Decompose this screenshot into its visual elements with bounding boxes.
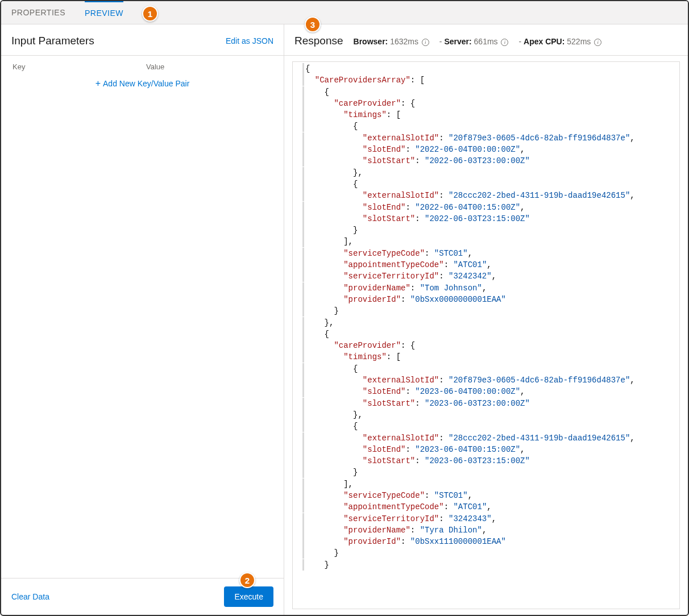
tab-properties[interactable]: PROPERTIES (11, 1, 65, 24)
add-key-value-label: Add New Key/Value Pair (103, 79, 189, 88)
kv-value-header: Value (146, 63, 272, 71)
info-icon[interactable]: i (501, 39, 508, 46)
info-icon[interactable]: i (422, 39, 429, 46)
execute-button[interactable]: Execute (224, 586, 273, 607)
info-icon[interactable]: i (594, 39, 601, 46)
edit-as-json-link[interactable]: Edit as JSON (226, 36, 273, 45)
response-title: Response (294, 35, 343, 47)
server-metric: - Server: 661ms i (439, 37, 509, 46)
apex-metric: - Apex CPU: 522ms i (518, 37, 601, 46)
add-key-value-button[interactable]: + Add New Key/Value Pair (1, 76, 284, 94)
input-parameters-title: Input Parameters (11, 35, 94, 47)
callout-badge-2: 2 (239, 572, 255, 588)
response-panel: 3 Response Browser: 1632ms i - Server: 6… (284, 24, 688, 615)
callout-badge-1: 1 (142, 6, 158, 22)
input-parameters-panel: Input Parameters Edit as JSON Key Value … (1, 24, 284, 615)
tab-preview[interactable]: PREVIEW (85, 1, 123, 24)
tab-bar: PROPERTIES PREVIEW 1 (1, 1, 688, 24)
response-json-viewer[interactable]: { "CareProvidersArray": [ { "careProvide… (292, 61, 680, 609)
callout-badge-3: 3 (305, 16, 321, 32)
plus-icon: + (96, 79, 101, 88)
browser-metric: Browser: 1632ms i (354, 37, 429, 46)
clear-data-link[interactable]: Clear Data (11, 592, 49, 601)
kv-table-header: Key Value (1, 56, 284, 76)
kv-key-header: Key (13, 63, 146, 71)
